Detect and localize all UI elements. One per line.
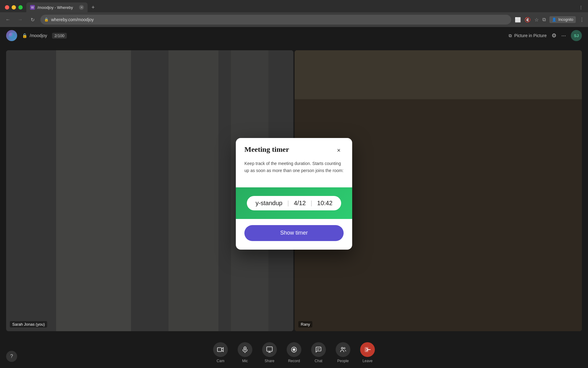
user-avatar[interactable]: SJ — [571, 30, 582, 41]
mic-icon — [238, 342, 252, 357]
cam-icon — [213, 342, 228, 357]
svg-point-22 — [341, 347, 343, 349]
cam-label: Cam — [217, 359, 224, 363]
people-svg — [340, 346, 346, 353]
record-button[interactable]: Record — [282, 340, 306, 366]
app-header-left: 🔒 /moodjoy 2/100 — [6, 30, 67, 41]
share-button[interactable]: Share — [257, 340, 282, 366]
more-button[interactable]: ··· — [561, 33, 566, 39]
bottom-toolbar: Cam Mic — [0, 337, 588, 368]
settings-button[interactable]: ⚙ — [552, 32, 556, 39]
forward-button: → — [16, 15, 24, 24]
incognito-avatar-icon: 👤 — [552, 17, 556, 22]
main-content: Sarah Jonas (you) Rany Meeting timer × K… — [0, 44, 588, 368]
back-button[interactable]: ← — [4, 15, 12, 24]
video-right-label: Rany — [298, 321, 312, 328]
chat-label: Chat — [315, 359, 322, 363]
browser-tab[interactable]: W /moodjoy - Whereby ✕ — [26, 2, 88, 12]
lock-room-icon: 🔒 — [22, 33, 27, 38]
fullscreen-traffic-light[interactable] — [18, 5, 23, 10]
chat-button[interactable]: Chat — [306, 340, 331, 366]
incognito-label: Incognito — [558, 17, 573, 22]
picture-in-picture-button[interactable]: ⧉ Picture in Picture — [509, 33, 547, 38]
pip-label: Picture in Picture — [514, 33, 547, 38]
mic-svg — [242, 346, 248, 353]
svg-point-19 — [292, 348, 295, 351]
share-icon — [262, 342, 277, 357]
browser-chrome: W /moodjoy - Whereby ✕ + ⋮ ← → ↻ 🔒 where… — [0, 0, 588, 27]
timer-band: y-standup | 4/12 | 10:42 — [236, 187, 352, 219]
cam-button[interactable]: Cam — [208, 340, 233, 366]
record-label: Record — [288, 359, 300, 363]
people-icon — [336, 342, 350, 357]
timer-room-name: y-standup — [255, 200, 282, 207]
room-path: 🔒 /moodjoy — [22, 33, 47, 38]
svg-rect-15 — [267, 347, 272, 351]
room-count-badge: 2/100 — [52, 33, 67, 39]
pip-icon: ⧉ — [509, 33, 512, 38]
leave-label: Leave — [363, 359, 373, 363]
timer-sep-2: | — [311, 200, 312, 207]
new-tab-button[interactable]: + — [89, 3, 97, 12]
tab-bar: W /moodjoy - Whereby ✕ + ⋮ — [0, 0, 588, 12]
modal-close-button[interactable]: × — [334, 145, 344, 155]
show-timer-button[interactable]: Show timer — [244, 225, 344, 241]
cast-icon[interactable]: ⬜ — [515, 17, 521, 23]
record-icon — [287, 342, 301, 357]
modal-title: Meeting timer — [244, 145, 289, 154]
modal-header: Meeting timer × — [236, 138, 352, 155]
leave-icon — [360, 342, 375, 357]
expand-icon: ⋮ — [579, 5, 583, 10]
app-logo[interactable] — [6, 30, 17, 41]
address-text: whereby.com/moodjoy — [51, 17, 94, 22]
timer-pill: y-standup | 4/12 | 10:42 — [247, 196, 341, 210]
svg-point-0 — [9, 33, 15, 39]
browser-right-icons: ⬜ 🔇 ☆ ⧉ 👤 Incognito ⋮ — [515, 16, 584, 23]
record-svg — [291, 346, 297, 353]
share-label: Share — [265, 359, 274, 363]
mic-button[interactable]: Mic — [233, 340, 257, 366]
tab-favicon-icon: W — [30, 5, 35, 10]
leave-button[interactable]: Leave — [355, 340, 380, 366]
svg-rect-9 — [217, 348, 222, 352]
help-button[interactable]: ? — [6, 351, 17, 362]
people-button[interactable]: People — [331, 340, 355, 366]
chat-svg — [315, 346, 322, 353]
app-header-right: ⧉ Picture in Picture ⚙ ··· SJ — [509, 30, 582, 41]
address-bar[interactable]: 🔒 whereby.com/moodjoy — [40, 15, 511, 25]
traffic-lights — [5, 5, 23, 10]
address-bar-row: ← → ↻ 🔒 whereby.com/moodjoy ⬜ 🔇 ☆ ⧉ 👤 In… — [0, 12, 588, 27]
timer-date: 4/12 — [294, 200, 306, 207]
modal-body: Keep track of the meeting duration. Star… — [236, 155, 352, 187]
help-icon: ? — [10, 354, 13, 359]
tab-title: /moodjoy - Whereby — [37, 5, 77, 10]
modal-footer: Show timer — [236, 219, 352, 250]
meeting-timer-modal: Meeting timer × Keep track of the meetin… — [236, 138, 352, 250]
timer-time: 10:42 — [317, 200, 333, 207]
cam-svg — [217, 346, 224, 353]
mute-icon[interactable]: 🔇 — [525, 17, 531, 23]
minimize-traffic-light[interactable] — [12, 5, 16, 10]
incognito-badge: 👤 Incognito — [549, 16, 576, 23]
timer-sep-1: | — [287, 200, 289, 207]
video-left-label: Sarah Jonas (you) — [10, 321, 47, 328]
close-traffic-light[interactable] — [5, 5, 9, 10]
people-label: People — [337, 359, 349, 363]
svg-point-23 — [344, 347, 345, 349]
refresh-button[interactable]: ↻ — [28, 15, 37, 24]
mic-label: Mic — [242, 359, 248, 363]
lock-icon: 🔒 — [44, 17, 49, 22]
leave-svg — [364, 346, 371, 353]
tab-close-button[interactable]: ✕ — [79, 5, 84, 10]
chat-icon — [311, 342, 326, 357]
logo-icon — [8, 32, 15, 39]
modal-description: Keep track of the meeting duration. Star… — [244, 160, 344, 174]
room-path-text: /moodjoy — [30, 33, 47, 38]
app-header: 🔒 /moodjoy 2/100 ⧉ Picture in Picture ⚙ … — [0, 27, 588, 44]
share-svg — [266, 346, 273, 353]
extensions-icon[interactable]: ⧉ — [542, 17, 546, 22]
more-options-icon[interactable]: ⋮ — [579, 17, 584, 23]
star-icon[interactable]: ☆ — [534, 17, 539, 23]
